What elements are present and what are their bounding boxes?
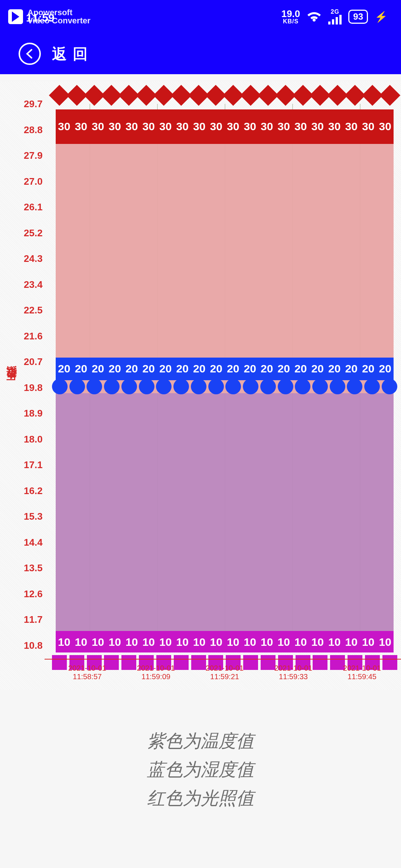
y-tick: 14.4 [24, 536, 43, 548]
android-statusbar: Apowersoft Video Converter 11:59 19.0 KB… [0, 0, 401, 33]
svg-rect-2 [332, 19, 334, 24]
wifi-icon [307, 10, 322, 23]
y-tick: 18.0 [24, 433, 43, 445]
x-tick: 2021-10-01 11:59:21 [193, 664, 256, 681]
status-time: 11:59 [26, 11, 55, 24]
y-tick: 11.7 [24, 614, 43, 625]
battery-indicator: 93 [348, 10, 368, 24]
y-tick: 26.1 [24, 201, 43, 213]
x-tick: 2021-10-01 11:59:09 [124, 664, 188, 681]
signal-bars-icon [328, 15, 342, 24]
cell-signal: 2G [328, 9, 342, 24]
back-button[interactable] [19, 43, 41, 65]
y-tick: 20.7 [24, 356, 43, 368]
y-tick: 16.2 [24, 485, 43, 496]
y-tick: 27.9 [24, 150, 43, 161]
y-tick: 12.6 [24, 588, 43, 599]
x-axis-line [45, 659, 401, 660]
legend-blue: 蓝色为湿度值 [0, 756, 401, 784]
chart-legend: 紫色为温度值 蓝色为湿度值 红色为光照值 [0, 727, 401, 812]
x-axis-ticks: 2021-10-01 11:58:572021-10-01 11:59:0920… [56, 664, 394, 681]
x-tick: 2021-10-01 11:59:45 [330, 664, 394, 681]
y-tick: 27.0 [24, 175, 43, 187]
y-tick: 15.3 [24, 511, 43, 522]
apowersoft-logo-icon [7, 8, 25, 26]
app-navbar: 返回 [0, 33, 401, 74]
svg-rect-3 [336, 17, 338, 24]
svg-rect-1 [328, 22, 330, 24]
y-tick: 24.3 [24, 253, 43, 264]
x-tick: 2021-10-01 11:59:33 [262, 664, 325, 681]
legend-red: 红色为光照值 [0, 784, 401, 813]
y-tick: 17.1 [24, 459, 43, 471]
x-tick: 2021-10-01 11:58:57 [56, 664, 119, 681]
back-label: 返回 [52, 44, 94, 64]
y-tick: 18.9 [24, 408, 43, 419]
y-tick: 21.6 [24, 330, 43, 342]
y-tick: 25.2 [24, 227, 43, 239]
charging-icon: ⚡ [375, 11, 388, 23]
y-tick: 10.8 [24, 640, 43, 651]
history-chart[interactable]: 历史数据 29.728.827.927.026.125.224.323.422.… [0, 82, 401, 690]
svg-rect-4 [339, 15, 342, 24]
y-tick: 22.5 [24, 305, 43, 316]
y-tick: 13.5 [24, 562, 43, 574]
plot-area: 3030303030303030303030303030303030303030… [56, 82, 394, 690]
y-tick: 19.8 [24, 382, 43, 393]
arrow-left-icon [24, 48, 35, 59]
y-tick: 23.4 [24, 279, 43, 290]
legend-purple: 紫色为温度值 [0, 727, 401, 756]
y-axis-label: 历史数据 [4, 383, 19, 389]
y-tick: 28.8 [24, 124, 43, 135]
y-tick: 29.7 [24, 98, 43, 110]
net-speed: 19.0 KB/S [281, 9, 300, 24]
